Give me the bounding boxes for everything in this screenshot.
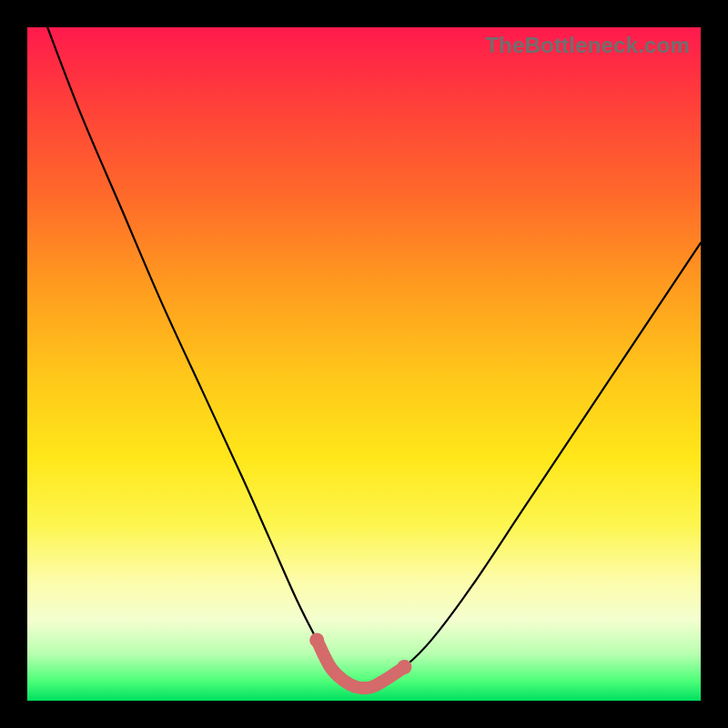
highlight-dot-icon — [309, 632, 324, 647]
highlight-dot-icon — [397, 660, 411, 674]
chart-svg — [27, 27, 701, 701]
chart-plot-area: TheBottleneck.com — [27, 27, 701, 701]
chart-stage: TheBottleneck.com — [0, 0, 728, 728]
highlight-minimum-path — [317, 640, 404, 688]
bottleneck-curve-path — [47, 27, 701, 688]
